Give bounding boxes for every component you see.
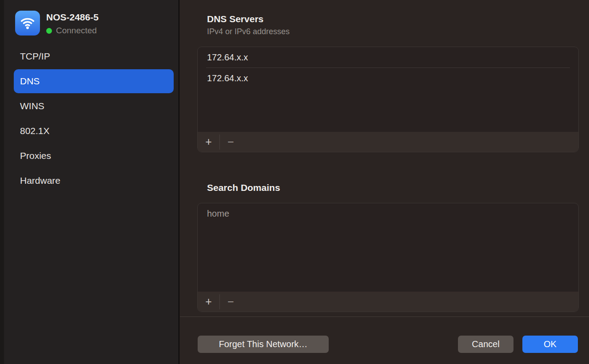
plus-icon: + (205, 135, 212, 148)
add-dns-server-button[interactable]: + (198, 132, 219, 152)
sidebar-item[interactable]: DNS (14, 69, 174, 93)
plus-icon: + (205, 295, 212, 308)
sidebar-item-label: Proxies (20, 150, 51, 161)
sidebar-item-label: 802.1X (20, 126, 50, 136)
ok-button[interactable]: OK (522, 336, 578, 353)
cancel-button[interactable]: Cancel (458, 336, 513, 353)
sidebar: NOS-2486-5 Connected TCP/IP DNS WINS 802… (4, 0, 179, 364)
window-left-edge (0, 0, 4, 364)
sidebar-item[interactable]: Hardware (14, 169, 174, 193)
dns-servers-heading: DNS Servers (207, 14, 263, 24)
connected-status-dot (46, 28, 52, 34)
sidebar-item-label: Hardware (20, 175, 60, 186)
footer-divider (180, 317, 589, 317)
network-name: NOS-2486-5 (46, 12, 99, 23)
connection-status: Connected (46, 26, 97, 36)
search-domains-listbox: home + − (197, 203, 579, 312)
forget-network-button[interactable]: Forget This Network… (198, 336, 329, 353)
search-domains-toolbar: + − (198, 292, 578, 312)
sidebar-divider (179, 0, 179, 364)
sidebar-item-label: TCP/IP (20, 51, 50, 62)
remove-dns-server-button[interactable]: − (220, 132, 242, 152)
wifi-icon (15, 11, 40, 36)
sidebar-item-label: WINS (20, 101, 44, 111)
search-domain-row[interactable]: home (198, 203, 578, 224)
network-details-dialog: NOS-2486-5 Connected TCP/IP DNS WINS 802… (0, 0, 589, 364)
sidebar-item[interactable]: Proxies (14, 144, 174, 168)
connected-status-label: Connected (56, 26, 97, 36)
sidebar-nav: TCP/IP DNS WINS 802.1X Proxies Hardware (14, 44, 174, 194)
search-domains-heading: Search Domains (207, 182, 280, 193)
dns-servers-rows: 172.64.x.x 172.64.x.x (198, 47, 578, 132)
add-search-domain-button[interactable]: + (198, 292, 219, 312)
sidebar-item-label: DNS (20, 76, 40, 87)
dns-server-row[interactable]: 172.64.x.x (198, 47, 578, 68)
minus-icon: − (227, 295, 234, 308)
sidebar-item[interactable]: WINS (14, 94, 174, 118)
dns-server-row[interactable]: 172.64.x.x (198, 68, 578, 89)
dns-servers-listbox: 172.64.x.x 172.64.x.x + − (197, 47, 579, 152)
dns-servers-toolbar: + − (198, 132, 578, 152)
dns-servers-subtitle: IPv4 or IPv6 addresses (207, 27, 290, 36)
search-domains-rows: home (198, 203, 578, 292)
sidebar-item[interactable]: 802.1X (14, 119, 174, 143)
remove-search-domain-button[interactable]: − (220, 292, 242, 312)
sidebar-item[interactable]: TCP/IP (14, 44, 174, 68)
minus-icon: − (227, 135, 234, 148)
